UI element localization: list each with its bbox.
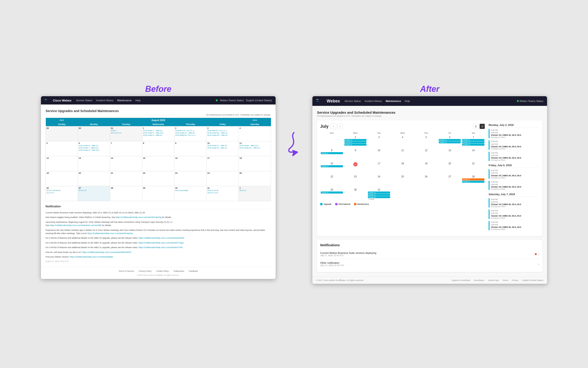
- table-row: 8: [142, 141, 174, 156]
- nav-service-status[interactable]: Service Status: [76, 99, 92, 102]
- event-bar-icon: [488, 140, 489, 150]
- list-item: 3:00 PM4:00 PM Cluster XX | WBS 00, 00.0…: [488, 152, 539, 161]
- day-detail-title-monday: Monday, July 2, 2018: [488, 124, 539, 128]
- list-item[interactable]: Other notification July 1 5, 2018, 22:33…: [320, 259, 539, 269]
- wbs33-link[interactable]: https://collaborationhelp.cisco.com/arti…: [138, 237, 184, 239]
- support-feedback-link[interactable]: Support & Feedback: [451, 279, 470, 281]
- event-time: 3:00 PM4:00 PM: [491, 181, 539, 186]
- grid-view-btn[interactable]: ☷: [479, 124, 485, 129]
- terms-link[interactable]: Terms of Service: [119, 270, 134, 272]
- before-footer: Terms of Service Privacy Policy Cookie P…: [41, 267, 276, 279]
- notif-text-1: Current Webex Business Suite versions de…: [320, 252, 535, 257]
- cal-prev-btn[interactable]: <<<: [46, 118, 78, 122]
- cal-cell-8[interactable]: 8Cluster xx: [320, 149, 344, 161]
- after-cisco-logo-icon: ahah cisco: [316, 98, 325, 104]
- cal-month-header: August 2018: [78, 118, 239, 122]
- cal-cell-20[interactable]: 20: [438, 162, 461, 175]
- cal-cell-27[interactable]: 27: [438, 175, 461, 188]
- day-detail-title-friday: Friday, July 6, 2018: [488, 164, 539, 168]
- feedback-link[interactable]: Feedback: [189, 270, 198, 272]
- trademarks-link[interactable]: Trademarks: [173, 270, 184, 272]
- table-row: 3003:01 anti-website: [174, 186, 207, 201]
- table-row: 18: [239, 156, 271, 171]
- cal-cell-11[interactable]: 11: [391, 149, 414, 161]
- cal-cell-2[interactable]: 2Cluster xxCluster xxCluster xx: [344, 136, 367, 148]
- more-events-btn[interactable]: + 3 more: [368, 198, 390, 200]
- cal-cell-18[interactable]: 18: [391, 162, 414, 175]
- cal-cell-23[interactable]: 23: [344, 175, 367, 188]
- svg-text:ahah: ahah: [316, 99, 319, 100]
- wbs31-link[interactable]: https://collaborationhelp.cisco.com/arti…: [138, 246, 182, 248]
- cal-cell-28[interactable]: 28Cluster xxCluster xx: [462, 175, 485, 188]
- cal-cell-9[interactable]: 9: [344, 149, 367, 161]
- cluster-link[interactable]: https://collaborationhelp.cisco.com/arti…: [82, 251, 131, 253]
- terms-link[interactable]: Terms: [502, 279, 508, 281]
- table-row: 15: [142, 156, 174, 171]
- event-type: Emergency Patch: [491, 136, 539, 138]
- after-nav-service-status[interactable]: Service Status: [345, 100, 361, 102]
- list-item: Cluster xx: [321, 165, 343, 167]
- privacy-link[interactable]: Privacy: [512, 279, 518, 281]
- cal-week-4: 19 20 21 22 23 24 25: [46, 171, 271, 186]
- notification-wbs32: For a full list of features and addition…: [45, 241, 271, 244]
- cal-cell-14[interactable]: 14: [462, 149, 485, 161]
- submit-app-link[interactable]: Submit App: [488, 279, 499, 281]
- cal-cell-29[interactable]: 29Cluster xx: [320, 188, 344, 201]
- cal-cell-7[interactable]: 7Cluster xxCluster xxCluster xx: [462, 136, 485, 148]
- cal-cell-30[interactable]: 30: [344, 188, 367, 201]
- cal-cell-3[interactable]: 3: [367, 136, 391, 148]
- table-row: 2620:19 5: 01G:08-3521:13 4-17: [46, 186, 78, 201]
- legend-upgrade: Upgrade: [320, 203, 332, 205]
- after-nav-help[interactable]: Help: [405, 100, 410, 102]
- cal-next-btn[interactable]: >>>: [239, 118, 271, 122]
- list-view-btn[interactable]: ☰: [473, 124, 479, 129]
- cal-cell-17[interactable]: 17: [367, 162, 391, 175]
- notification-title: Notification: [45, 205, 271, 209]
- version-link[interactable]: https://collaborationhelp.cisco.com/arti…: [70, 256, 113, 258]
- day-detail-saturday: Saturday, July 7, 2018 3:00 PM4:00 PM Cl…: [488, 193, 539, 230]
- cal-cell-6[interactable]: 6Cluster xxCluster xx: [438, 136, 461, 148]
- feature-link[interactable]: https://collaborationhelp.cisco.com/arti…: [116, 216, 162, 218]
- list-item[interactable]: Current Webex Business Suite versions de…: [320, 249, 539, 259]
- list-item: 3:00 PM4:00 PM Cluster XX | WBS 00, 00.0…: [488, 140, 539, 150]
- cal-cell-26[interactable]: 26: [415, 175, 438, 188]
- cal-cell-12[interactable]: 12: [415, 149, 438, 161]
- new-calendar-left: July ‹ › ☰ ☷ Sun Mon Tue We: [320, 124, 485, 233]
- tls-link[interactable]: https://collaborationhelp.cisco.com/arti…: [50, 224, 102, 226]
- cal-prev-month-btn[interactable]: ‹: [331, 124, 336, 129]
- cal-cell-15[interactable]: 15Cluster xx: [320, 162, 344, 175]
- after-subtitle: All maintenances are posted in UTC. Sche…: [317, 115, 543, 117]
- event-time: 3:00 PM4:00 PM: [491, 221, 539, 226]
- day-header-thu: Thu: [415, 131, 438, 135]
- day-header-tue: Tuesday: [110, 122, 142, 126]
- cal-cell-13[interactable]: 13: [438, 149, 461, 161]
- cal-cell-10[interactable]: 10: [367, 149, 391, 161]
- list-item: 3:00 PM4:00 PM Cluster XX | WBS 00, 00.0…: [488, 129, 539, 138]
- after-language-selector[interactable]: English (United States): [522, 279, 543, 281]
- cal-cell-21[interactable]: 21: [462, 162, 485, 175]
- cookie-link[interactable]: Cookie Policy: [156, 270, 169, 272]
- cal-cell-5[interactable]: 5: [415, 136, 438, 148]
- table-row: 14: [110, 156, 142, 171]
- language-selector[interactable]: English (United States): [246, 99, 272, 102]
- nav-help[interactable]: Help: [135, 99, 141, 102]
- after-nav-incident-history[interactable]: Incident History: [365, 100, 382, 102]
- cal-next-month-btn[interactable]: ›: [337, 124, 343, 129]
- cal-cell-16-today[interactable]: 16: [344, 162, 367, 175]
- day-header-sun: Sunday: [46, 122, 78, 126]
- nav-maintenance[interactable]: Maintenance: [117, 99, 132, 102]
- cal-cell-31[interactable]: 31Cluster xxCluster xxCluster xx+ 3 more: [367, 188, 391, 201]
- cal-cell-24[interactable]: 24: [367, 175, 391, 188]
- cal-cell-25[interactable]: 25: [391, 175, 414, 188]
- privacy-link[interactable]: Privacy Policy: [139, 270, 152, 272]
- cal-cell-22[interactable]: 22: [320, 175, 344, 188]
- cal-cell-19[interactable]: 19: [415, 162, 438, 175]
- list-item: Cluster xx: [344, 141, 367, 143]
- nav-incident-history[interactable]: Incident History: [96, 99, 114, 102]
- cal-cell-4[interactable]: 4: [391, 136, 414, 148]
- tour-link[interactable]: https://collaborationhelp.cisco.com/arti…: [87, 232, 133, 235]
- list-item: Cluster xx: [321, 192, 343, 193]
- after-nav-maintenance[interactable]: Maintenence: [386, 100, 401, 102]
- wbs32-link[interactable]: https://collaborationhelp.cisco.com/arti…: [138, 242, 184, 244]
- developers-link[interactable]: Developers: [474, 279, 484, 281]
